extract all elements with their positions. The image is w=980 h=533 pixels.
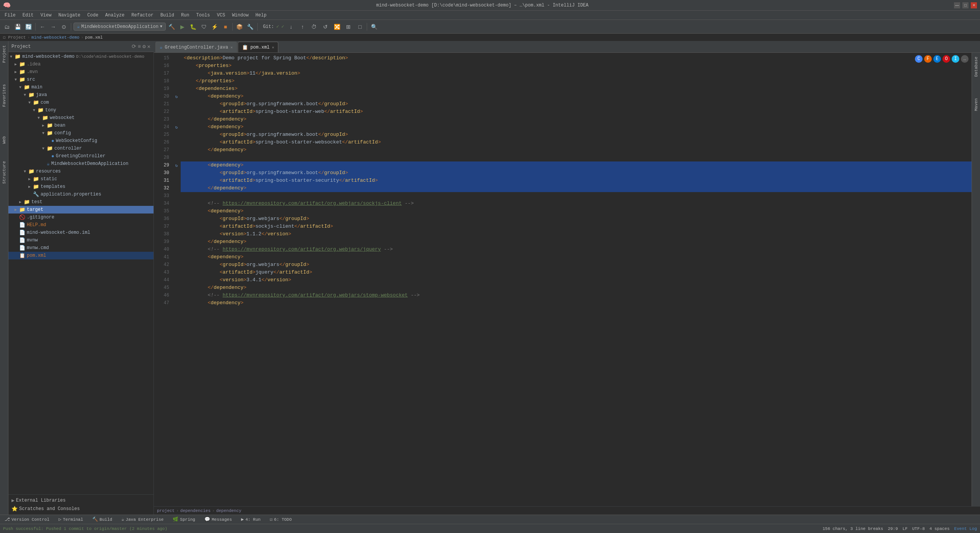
settings-icon[interactable]: ⚙: [142, 43, 145, 50]
opera-icon[interactable]: O: [942, 55, 950, 63]
git-more-btn[interactable]: □: [355, 22, 364, 31]
maven-panel-toggle[interactable]: Maven: [973, 96, 979, 113]
git-branches-btn[interactable]: 🔀: [332, 22, 341, 31]
run-tool[interactable]: ▶ 4: Run: [240, 516, 262, 523]
tree-item-resources[interactable]: ▼ 📁 resources: [8, 168, 154, 175]
tab-greetingcontroller[interactable]: ☕ GreetingController.java ✕: [155, 42, 237, 52]
tab-close-pom[interactable]: ✕: [272, 45, 274, 50]
close-button[interactable]: ✕: [971, 2, 977, 8]
tree-item-templates[interactable]: ▶ 📁 templates: [8, 183, 154, 191]
favorites-toggle[interactable]: Favorites: [1, 82, 7, 109]
sync-btn[interactable]: 🔄: [24, 22, 33, 31]
coverage-btn[interactable]: 🛡: [199, 22, 209, 31]
tab-pomxml[interactable]: 📋 pom.xml ✕: [238, 42, 278, 52]
menu-code[interactable]: Code: [84, 12, 101, 19]
tree-item-greetingcontroller[interactable]: ● GreetingController: [8, 152, 154, 160]
code-editor[interactable]: <description>Demo project for Spring Boo…: [181, 53, 972, 506]
maximize-button[interactable]: □: [962, 2, 969, 8]
git-history-btn[interactable]: ⏱: [309, 22, 318, 31]
tree-item-websocketconfig[interactable]: ● WebSocketConfig: [8, 137, 154, 145]
breadcrumb-dependency-item[interactable]: dependency: [216, 509, 242, 513]
debug-btn[interactable]: 🐛: [189, 22, 198, 31]
java-enterprise-tool[interactable]: ☕ Java Enterprise: [120, 516, 165, 523]
spring-tool[interactable]: 🌿 Spring: [171, 516, 197, 523]
forward-btn[interactable]: →: [49, 22, 58, 31]
tree-item-main[interactable]: ▼ 📁 main: [8, 83, 154, 91]
cursor-pos[interactable]: 29:9: [888, 526, 898, 531]
tree-item-pomxml[interactable]: 📋 pom.xml: [8, 252, 154, 259]
tree-item-appprops[interactable]: 🔧 application.properties: [8, 191, 154, 198]
save-btn[interactable]: 💾: [13, 22, 22, 31]
back-btn[interactable]: ←: [38, 22, 47, 31]
ie-icon[interactable]: I: [952, 55, 959, 63]
tree-item-helpmd[interactable]: 📄 HELP.md: [8, 221, 154, 229]
tab-close-greeting[interactable]: ✕: [230, 45, 233, 50]
menu-build[interactable]: Build: [157, 12, 177, 19]
tree-item-gitignore[interactable]: 🚫 .gitignore: [8, 214, 154, 221]
gradle-btn[interactable]: 🔧: [246, 22, 255, 31]
more-browsers-icon[interactable]: …: [961, 55, 969, 63]
tree-item-idea[interactable]: ▶ 📁 .idea: [8, 60, 154, 68]
menu-help[interactable]: Help: [252, 12, 270, 19]
maven-btn[interactable]: 📦: [235, 22, 244, 31]
tree-item-websocket[interactable]: ▼ 📁 websocket: [8, 114, 154, 122]
web-toggle[interactable]: Web: [1, 134, 7, 146]
gutter-29[interactable]: ↻: [172, 161, 181, 169]
collapse-all-icon[interactable]: ≡: [138, 44, 141, 50]
todo-tool[interactable]: ☑ 6: TODO: [268, 516, 293, 523]
tree-item-config[interactable]: ▼ 📁 config: [8, 129, 154, 137]
menu-navigate[interactable]: Navigate: [55, 12, 83, 19]
run-config-selector[interactable]: ☕ MindWebsocketDemoApplication ▼: [74, 23, 166, 31]
firefox-icon[interactable]: F: [924, 55, 932, 63]
edge-icon[interactable]: E: [933, 55, 941, 63]
tree-item-java[interactable]: ▼ 📁 java: [8, 91, 154, 99]
git-revert-btn[interactable]: ↺: [321, 22, 330, 31]
sync-files-icon[interactable]: ⟳: [132, 43, 136, 50]
terminal-tool[interactable]: ▷ Terminal: [57, 516, 85, 523]
build-btn[interactable]: 🔨: [167, 22, 176, 31]
tree-item-static[interactable]: ▶ 📁 static: [8, 175, 154, 183]
menu-view[interactable]: View: [38, 12, 55, 19]
gutter-20[interactable]: ↻: [172, 93, 181, 100]
tree-item-mvn[interactable]: ▶ 📁 .mvn: [8, 68, 154, 76]
tree-item-mainapp[interactable]: ☕ MindWebsocketDemoApplication: [8, 160, 154, 168]
git-diff-btn[interactable]: ⊞: [344, 22, 353, 31]
encoding[interactable]: UTF-8: [912, 526, 925, 531]
event-log[interactable]: Event Log: [954, 526, 977, 531]
version-control-tool[interactable]: ⎇ Version Control: [3, 516, 51, 523]
menu-window[interactable]: Window: [229, 12, 252, 19]
menu-file[interactable]: File: [2, 12, 19, 19]
git-push-btn[interactable]: ↑: [298, 22, 307, 31]
indent-info[interactable]: 4 spaces: [929, 526, 950, 531]
project-icon-btn[interactable]: 🗂: [2, 22, 11, 31]
profile-btn[interactable]: ⚡: [210, 22, 219, 31]
tree-root[interactable]: ▼ 📁 mind-websocket-demo D:\code\mind-web…: [8, 53, 154, 60]
messages-tool[interactable]: 💬 Messages: [203, 516, 234, 523]
tree-item-test[interactable]: ▶ 📁 test: [8, 198, 154, 206]
breadcrumb-project-item[interactable]: project: [157, 509, 175, 513]
close-panel-icon[interactable]: ✕: [147, 43, 150, 50]
recent-btn[interactable]: ⊙: [59, 22, 69, 31]
structure-toggle[interactable]: Structure: [1, 159, 7, 186]
run-btn[interactable]: ▶: [178, 22, 187, 31]
line-ending[interactable]: LF: [903, 526, 908, 531]
menu-vcs[interactable]: VCS: [214, 12, 229, 19]
scratches-consoles-item[interactable]: ⭐ Scratches and Consoles: [8, 505, 154, 513]
menu-edit[interactable]: Edit: [20, 12, 37, 19]
search-everywhere-btn[interactable]: 🔍: [369, 22, 379, 31]
menu-analyze[interactable]: Analyze: [102, 12, 127, 19]
tree-item-bean[interactable]: ▶ 📁 bean: [8, 122, 154, 129]
tree-item-controller[interactable]: ▼ 📁 controller: [8, 145, 154, 152]
stop-btn[interactable]: ■: [221, 22, 230, 31]
tree-item-src[interactable]: ▼ 📁 src: [8, 76, 154, 83]
tree-item-mvnwcmd[interactable]: 📄 mvnw.cmd: [8, 244, 154, 252]
project-panel-toggle[interactable]: Project: [1, 43, 7, 65]
database-panel-toggle[interactable]: Database: [973, 54, 979, 79]
minimize-button[interactable]: —: [954, 2, 960, 8]
breadcrumb-dependencies-item[interactable]: dependencies: [180, 509, 211, 513]
gutter-24[interactable]: ↻: [172, 123, 181, 131]
tree-item-tony[interactable]: ▼ 📁 tony: [8, 106, 154, 114]
build-tool[interactable]: 🔨 Build: [91, 516, 114, 523]
tree-item-iml[interactable]: 📄 mind-websocket-demo.iml: [8, 229, 154, 236]
menu-refactor[interactable]: Refactor: [128, 12, 157, 19]
